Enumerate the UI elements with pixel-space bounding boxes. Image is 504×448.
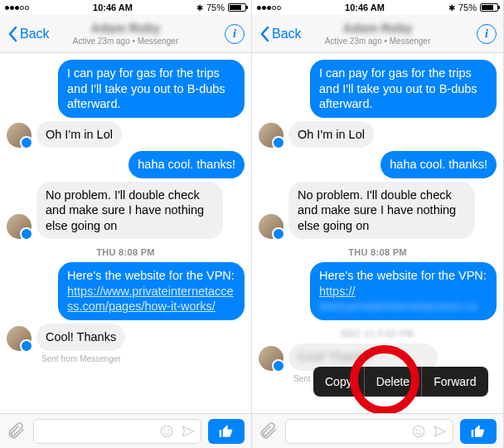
chevron-left-icon <box>259 26 270 42</box>
clock: 10:46 AM <box>345 2 385 12</box>
svg-point-4 <box>416 429 418 431</box>
message-row: No problem. I'll double check and make s… <box>7 182 245 240</box>
message-bubble-incoming[interactable]: No problem. I'll double check and make s… <box>288 182 475 240</box>
svg-point-1 <box>164 429 166 431</box>
svg-point-5 <box>419 429 421 431</box>
avatar[interactable] <box>259 123 284 148</box>
bluetooth-icon: ✱ <box>196 3 203 12</box>
message-row: Oh I'm in Lol <box>259 121 497 149</box>
message-row: Oh I'm in Lol <box>7 121 245 149</box>
message-row: I can pay for gas for the trips and I'll… <box>259 60 497 118</box>
status-bar: 10:46 AM ✱ 75% <box>0 0 251 15</box>
thumbs-up-icon <box>218 423 235 440</box>
vpn-link[interactable]: https:// <box>319 285 356 298</box>
avatar[interactable] <box>259 346 284 371</box>
thumbs-up-icon <box>470 423 487 440</box>
battery-percent: 75% <box>206 2 225 12</box>
info-button[interactable]: i <box>225 24 245 44</box>
contact-name: Adam Roby <box>73 22 178 36</box>
message-bubble-incoming[interactable]: No problem. I'll double check and make s… <box>36 182 223 240</box>
back-button[interactable]: Back <box>7 26 50 42</box>
nav-header: Back Adam Roby Active 23m ago • Messenge… <box>0 15 251 53</box>
paperclip-icon <box>259 421 279 441</box>
message-bubble-incoming[interactable]: Oh I'm in Lol <box>36 121 122 149</box>
message-row: haha cool. thanks! <box>259 151 497 178</box>
info-button[interactable]: i <box>477 24 497 44</box>
bluetooth-icon: ✱ <box>448 3 455 12</box>
context-menu: Copy Delete Forward <box>313 367 488 397</box>
input-bar <box>252 413 503 448</box>
right-screenshot: 10:46 AM ✱ 75% Back Adam Roby Active 23m… <box>252 0 504 448</box>
message-bubble-incoming[interactable]: Cool! Thanks <box>36 324 125 351</box>
message-input[interactable] <box>33 419 201 444</box>
vpn-link[interactable]: https://www.privateinternetaccess.com/pa… <box>67 285 234 314</box>
message-bubble-outgoing[interactable]: haha cool. thanks! <box>128 151 245 178</box>
attachment-button[interactable] <box>259 421 279 441</box>
contact-name: Adam Roby <box>325 22 430 36</box>
svg-point-2 <box>167 429 169 431</box>
nav-header: Back Adam Roby Active 23m ago • Messenge… <box>252 15 503 53</box>
header-title[interactable]: Adam Roby Active 23m ago • Messenger <box>73 22 178 46</box>
like-button[interactable] <box>460 419 497 444</box>
message-input[interactable] <box>285 419 453 444</box>
header-title[interactable]: Adam Roby Active 23m ago • Messenger <box>325 22 430 46</box>
contact-status: Active 23m ago • Messenger <box>325 37 430 46</box>
left-screenshot: 10:46 AM ✱ 75% Back Adam Roby Active 23m… <box>0 0 252 448</box>
signal-dots-icon <box>5 6 29 10</box>
svg-point-0 <box>161 426 172 437</box>
message-row: No problem. I'll double check and make s… <box>259 182 497 240</box>
message-row: haha cool. thanks! <box>7 151 245 178</box>
context-forward[interactable]: Forward <box>422 367 487 397</box>
avatar[interactable] <box>7 326 32 351</box>
back-label: Back <box>20 27 50 41</box>
send-plane-icon <box>433 424 448 439</box>
clock: 10:46 AM <box>93 2 133 12</box>
back-button[interactable]: Back <box>259 26 302 42</box>
message-bubble-outgoing[interactable]: haha cool. thanks! <box>380 151 497 178</box>
attachment-button[interactable] <box>7 421 27 441</box>
avatar[interactable] <box>7 214 32 239</box>
paperclip-icon <box>7 421 27 441</box>
chat-scroll[interactable]: I can pay for gas for the trips and I'll… <box>252 53 503 413</box>
battery-icon <box>480 3 498 12</box>
chat-scroll[interactable]: I can pay for gas for the trips and I'll… <box>0 53 251 413</box>
timestamp-divider-blurred: DEC 11 2:02 PM <box>259 329 497 338</box>
battery-icon <box>228 3 246 12</box>
context-delete[interactable]: Delete <box>365 367 422 397</box>
timestamp-divider: THU 8:08 PM <box>7 247 245 257</box>
back-label: Back <box>272 27 302 41</box>
message-row: Here's the website for the VPN: https://… <box>7 262 245 320</box>
chevron-left-icon <box>7 26 18 42</box>
contact-status: Active 23m ago • Messenger <box>73 37 178 46</box>
signal-dots-icon <box>257 6 281 10</box>
battery-percent: 75% <box>458 2 477 12</box>
message-bubble-outgoing[interactable]: Here's the website for the VPN: https://… <box>58 262 245 320</box>
message-bubble-incoming[interactable]: Oh I'm in Lol <box>288 121 374 149</box>
input-bar <box>0 413 251 448</box>
message-row: I can pay for gas for the trips and I'll… <box>7 60 245 118</box>
smiley-icon <box>411 424 426 439</box>
avatar[interactable] <box>7 123 32 148</box>
svg-point-3 <box>413 426 424 437</box>
send-plane-icon <box>181 424 196 439</box>
message-bubble-outgoing[interactable]: I can pay for gas for the trips and I'll… <box>58 60 245 118</box>
context-copy[interactable]: Copy <box>313 367 365 397</box>
avatar[interactable] <box>259 214 284 239</box>
smiley-icon <box>159 424 174 439</box>
message-row: Here's the website for the VPN: https://… <box>259 262 497 320</box>
like-button[interactable] <box>208 419 245 444</box>
status-bar: 10:46 AM ✱ 75% <box>252 0 503 15</box>
message-row: Cool! Thanks <box>7 324 245 351</box>
timestamp-divider: THU 8:08 PM <box>259 247 497 257</box>
sent-from-label: Sent from Messenger <box>41 354 245 363</box>
message-bubble-outgoing[interactable]: Here's the website for the VPN: https://… <box>310 262 497 320</box>
message-bubble-outgoing[interactable]: I can pay for gas for the trips and I'll… <box>310 60 497 118</box>
